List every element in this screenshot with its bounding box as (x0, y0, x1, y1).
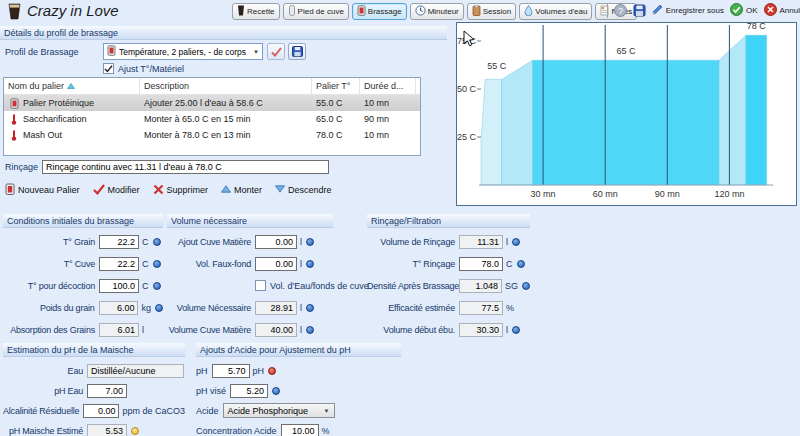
status-dot (153, 260, 161, 268)
ok-button[interactable]: OK (730, 3, 758, 18)
rincage-row: Rinçage Rinçage continu avec 11.31 l d'e… (5, 160, 329, 174)
chart-canvas: 30 mn60 mn90 mn120 mn25 C50 C75 C55 C65 … (457, 23, 796, 205)
status-dot (512, 326, 520, 334)
thermometer-icon (8, 129, 20, 141)
sparge-volume-field: 11.31 (459, 235, 503, 249)
ok-check-icon (730, 3, 743, 18)
chevron-down-icon: ▼ (253, 49, 259, 55)
estimated-efficiency-field: 77.5 (459, 301, 503, 315)
move-up-button[interactable]: Monter (221, 183, 262, 197)
triangle-down-icon (275, 185, 285, 195)
status-dot (306, 260, 314, 268)
tab-pied-de-cuve[interactable]: Pied de cuve (283, 3, 349, 20)
grain-weight-field: 6.00 (99, 301, 139, 315)
triangle-up-icon (221, 185, 231, 195)
water-drop-icon (524, 5, 533, 18)
profile-label: Profil de Brassage (5, 47, 79, 57)
mash-profile-chart: 30 mn60 mn90 mn120 mn25 C50 C75 C55 C65 … (456, 22, 797, 206)
svg-text:?: ? (618, 6, 623, 16)
svg-text:30 mn: 30 mn (531, 189, 556, 199)
adjust-temp-checkbox[interactable] (103, 63, 114, 74)
cancel-button[interactable]: Annul (764, 3, 800, 18)
table-row[interactable]: Palier Protéinique Ajouter 25.00 l d'eau… (4, 95, 420, 111)
ph-field[interactable]: 5.70 (212, 364, 250, 378)
apply-profile-button[interactable] (267, 43, 285, 60)
save-profile-button[interactable] (288, 43, 306, 60)
edit-step-button[interactable]: Modifier (93, 183, 140, 197)
column-header-name[interactable]: Nom du palier (4, 78, 140, 94)
delete-step-button[interactable]: Supprimer (153, 183, 209, 197)
clock-icon (415, 5, 426, 18)
panel-header: Détails du profil de brassage (0, 26, 447, 40)
tun-temp-field[interactable]: 22.2 (99, 257, 139, 271)
tun-addition-field[interactable]: 0.00 (255, 235, 297, 249)
mash-tun-icon (8, 98, 20, 109)
water-ph-field[interactable]: 7.00 (87, 384, 127, 398)
false-bottom-field[interactable]: 0.00 (255, 257, 297, 271)
svg-text:120 mn: 120 mn (714, 189, 744, 199)
acid-concentration-field[interactable]: 10.00 (281, 424, 319, 436)
svg-text:25 C: 25 C (457, 132, 476, 142)
status-dot (522, 282, 530, 290)
acid-type-select[interactable]: Acide Phosphorique▼ (223, 403, 335, 418)
decoction-temp-field[interactable]: 100.0 (99, 279, 139, 293)
preboil-volume-field: 30.30 (459, 323, 503, 337)
deadspace-water-checkbox[interactable] (255, 280, 266, 291)
tun-volume-field: 40.00 (255, 323, 297, 337)
column-header-description[interactable]: Description (140, 78, 312, 94)
mash-steps-table: Nom du palier Description Palier T° Duré… (3, 77, 421, 156)
red-x-icon (153, 184, 164, 197)
new-step-button[interactable]: Nouveau Palier (5, 183, 80, 197)
status-dot (512, 238, 520, 246)
status-dot (268, 367, 276, 375)
clipboard-icon (472, 5, 481, 18)
tab-brassage[interactable]: Brassage (352, 3, 407, 20)
svg-text:90 mn: 90 mn (655, 189, 680, 199)
rincage-input[interactable]: Rinçage continu avec 11.31 l d'eau à 78.… (42, 160, 329, 174)
app-beer-icon (8, 3, 21, 24)
post-mash-gravity-field: 1.048 (459, 279, 502, 293)
help-button[interactable]: ? (614, 4, 627, 17)
tab-volumes-eau[interactable]: Volumes d'eau (519, 3, 592, 20)
section-title: Estimation du pH de la Maische (3, 343, 185, 357)
move-down-button[interactable]: Descendre (275, 183, 332, 197)
status-dot (272, 387, 280, 395)
residual-alkalinity-field[interactable]: 0.00 (83, 404, 119, 418)
cancel-x-icon (764, 3, 777, 18)
brew-profile-combo[interactable]: Température, 2 paliers, - de corps ▼ (103, 43, 263, 60)
status-dot (306, 326, 314, 334)
disk-icon (292, 46, 303, 57)
table-row[interactable]: Saccharification Monter à 65.0 C en 15 m… (4, 111, 420, 127)
status-dot (306, 304, 314, 312)
pencil-icon (652, 4, 663, 17)
sort-asc-icon (67, 83, 75, 89)
table-header: Nom du palier Description Palier T° Duré… (4, 78, 420, 95)
column-header-duration[interactable]: Durée d... (360, 78, 416, 94)
rincage-label: Rinçage (5, 162, 38, 172)
tab-recette[interactable]: Recette (232, 3, 280, 20)
tab-session[interactable]: Session (467, 3, 516, 20)
section-filtration: Rinçage/Filtration Volume de Rinçage11.3… (367, 214, 530, 344)
vial-icon (288, 5, 296, 18)
table-row[interactable]: Mash Out Monter à 78.0 C en 13 min 78.0 … (4, 127, 420, 143)
mouse-cursor (463, 30, 475, 51)
save-as-button[interactable]: Enregistrer sous (652, 4, 724, 17)
toolbar-separator (607, 4, 608, 18)
section-conditions: Conditions initiales du brassage T° Grai… (3, 214, 163, 344)
red-check-icon (271, 47, 282, 57)
save-button[interactable] (633, 4, 646, 17)
section-volume: Volume nécessaire Ajout Cuve Matière0.00… (167, 214, 333, 344)
page-title: Crazy in Love (27, 2, 119, 19)
status-dot (153, 238, 161, 246)
status-dot (517, 260, 525, 268)
column-header-temp[interactable]: Palier T° (312, 78, 360, 94)
svg-text:78 C: 78 C (747, 23, 767, 31)
toolbar-actions: ? Enregistrer sous OK Annul (607, 3, 800, 18)
adjust-temp-checkbox-row: Ajust T°/Matériel (103, 63, 184, 74)
grain-temp-field[interactable]: 22.2 (99, 235, 139, 249)
section-ph-estimation: Estimation du pH de la Maische EauDistil… (3, 343, 185, 436)
target-ph-field[interactable]: 5.20 (230, 384, 268, 398)
mash-tun-icon (357, 5, 366, 18)
tab-minuteur[interactable]: Minuteur (410, 3, 464, 20)
sparge-temp-field[interactable]: 78.0 (459, 257, 503, 271)
